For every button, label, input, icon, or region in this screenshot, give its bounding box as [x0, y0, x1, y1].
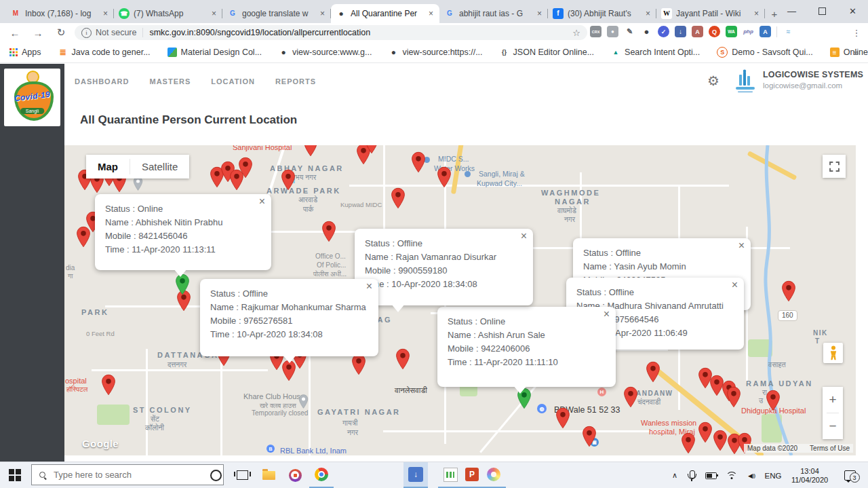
browser-tab[interactable]: Ggoogle translate w×: [222, 4, 331, 23]
browser-tab[interactable]: MInbox (7,168) - log×: [5, 4, 114, 23]
terms-of-use-link[interactable]: Terms of Use: [810, 445, 850, 452]
microphone-icon[interactable]: [685, 462, 700, 488]
bookmark-item[interactable]: SDemo - Savsoft Qui...: [717, 47, 812, 58]
tab-close-icon[interactable]: ×: [427, 9, 435, 18]
web-archive-extension-icon[interactable]: WA: [726, 26, 737, 37]
verified-check-extension-icon[interactable]: ✓: [658, 26, 669, 37]
bookmark-item[interactable]: ≣Java code to gener...: [58, 48, 151, 57]
bookmark-star-icon[interactable]: ☆: [572, 28, 580, 38]
close-button[interactable]: ✕: [837, 0, 868, 22]
map-type-map-button[interactable]: Map: [86, 155, 130, 179]
google-map[interactable]: Sanjivani HospitalABHAY NAGARअभय नगरARWA…: [64, 145, 856, 455]
seo-q-extension-icon[interactable]: Q: [709, 26, 720, 37]
map-type-satellite-button[interactable]: Satellite: [130, 155, 189, 179]
taskbar-explorer-icon[interactable]: [256, 462, 281, 488]
map-marker-red[interactable]: [726, 386, 741, 411]
browser-tab[interactable]: Gabhijit raut ias - G×: [439, 4, 548, 23]
popup-close-icon[interactable]: ×: [259, 196, 265, 207]
taskbar-cortana-icon[interactable]: [203, 462, 228, 488]
bookmark-item[interactable]: Material Design Col...: [167, 48, 262, 57]
battery-icon[interactable]: [703, 462, 719, 488]
taskbar-chrome-icon[interactable]: [309, 462, 334, 488]
popup-close-icon[interactable]: ×: [366, 281, 372, 292]
color-picker-extension-icon[interactable]: ✎: [624, 26, 635, 37]
camera-extension-icon[interactable]: ●: [607, 26, 618, 37]
speaker-icon[interactable]: ◀: [743, 462, 760, 488]
clock[interactable]: 13:04 11/04/2020: [785, 462, 834, 488]
map-marker-red[interactable]: [582, 426, 597, 450]
search-input[interactable]: [52, 469, 211, 481]
bookmark-item[interactable]: Apps: [9, 48, 41, 57]
tab-close-icon[interactable]: ×: [102, 9, 109, 18]
tab-close-icon[interactable]: ×: [210, 9, 218, 18]
map-marker-red[interactable]: [351, 354, 366, 378]
map-marker-green[interactable]: [175, 274, 190, 298]
dark-circle-extension-icon[interactable]: ●: [641, 26, 652, 37]
map-marker-red[interactable]: [76, 226, 91, 250]
gear-icon[interactable]: ⚙: [707, 73, 719, 89]
language-indicator[interactable]: ENG: [762, 462, 784, 488]
taskbar-search[interactable]: [31, 464, 224, 485]
map-marker-red[interactable]: [766, 390, 781, 414]
print-a-extension-icon[interactable]: A: [760, 26, 771, 37]
taskbar-paint-icon[interactable]: [481, 462, 506, 488]
bookmark-item[interactable]: ●view-source:www.g...: [279, 48, 372, 57]
browser-tab[interactable]: ☎(7) WhatsApp×: [114, 4, 222, 23]
map-marker-red[interactable]: [364, 145, 379, 157]
bookmark-item[interactable]: ≡Online Examination...: [830, 48, 868, 57]
tab-close-icon[interactable]: ×: [644, 9, 652, 18]
map-marker-red[interactable]: [411, 151, 426, 176]
bookmark-item[interactable]: ▲Search Intent Opti...: [611, 48, 700, 57]
info-icon[interactable]: i: [81, 28, 92, 38]
map-marker-red[interactable]: [623, 386, 638, 411]
zoom-out-button[interactable]: −: [823, 413, 843, 439]
pegman-control[interactable]: [823, 343, 843, 363]
map-marker-red[interactable]: [646, 361, 660, 386]
map-marker-red[interactable]: [101, 374, 116, 398]
taskbar-task-view-icon[interactable]: [230, 462, 254, 488]
popup-close-icon[interactable]: ×: [604, 309, 610, 320]
taskbar-smkc-app-icon[interactable]: ↓: [403, 462, 428, 488]
forward-button[interactable]: →: [30, 25, 46, 40]
address-bar[interactable]: i Not secure smkc.gov.in:8090/sngcovid19…: [75, 25, 587, 40]
nav-item-reports[interactable]: REPORTS: [275, 77, 316, 86]
popup-close-icon[interactable]: ×: [738, 240, 745, 251]
account-name[interactable]: LOGICOWISE SYSTEMS: [763, 70, 863, 79]
tab-close-icon[interactable]: ×: [753, 9, 760, 18]
fullscreen-button[interactable]: [823, 155, 846, 178]
inbox-arrow-extension-icon[interactable]: ↓: [675, 26, 686, 37]
taskbar-brave-icon[interactable]: [283, 462, 307, 488]
map-marker-red[interactable]: [555, 407, 570, 432]
reload-button[interactable]: ↻: [53, 25, 69, 40]
start-button[interactable]: [9, 469, 22, 483]
nav-item-location[interactable]: LOCATION: [211, 77, 255, 86]
map-marker-red[interactable]: [281, 169, 296, 193]
mini-logo-extension-icon[interactable]: ≈: [783, 26, 794, 37]
bookmark-item[interactable]: ●view-source:https://...: [389, 48, 482, 57]
browser-tab[interactable]: f(30) Abhijit Raut's×: [548, 4, 656, 23]
crx-extension-icon[interactable]: CRX: [590, 26, 601, 37]
bookmark-item[interactable]: {}JSON Editor Online...: [500, 48, 595, 57]
popup-close-icon[interactable]: ×: [521, 231, 527, 242]
map-marker-red[interactable]: [713, 430, 728, 454]
zoom-in-button[interactable]: +: [823, 387, 843, 413]
php-extension-icon[interactable]: php: [743, 26, 754, 37]
tray-chevron-icon[interactable]: ∧: [667, 462, 682, 488]
browser-menu-icon[interactable]: ⋮: [850, 26, 863, 39]
map-marker-red[interactable]: [303, 145, 318, 159]
browser-tab[interactable]: ●All Quarantine Per×: [331, 4, 439, 23]
adobe-pdf-extension-icon[interactable]: A: [692, 26, 703, 37]
tab-close-icon[interactable]: ×: [319, 9, 326, 18]
tab-close-icon[interactable]: ×: [536, 9, 543, 18]
wifi-icon[interactable]: [723, 462, 741, 488]
back-button[interactable]: ←: [7, 25, 23, 40]
taskbar-green-app-icon[interactable]: [438, 462, 462, 488]
map-marker-red[interactable]: [698, 421, 713, 446]
browser-tab[interactable]: WJayant Patil - Wiki×: [656, 4, 765, 23]
minimize-button[interactable]: —: [776, 0, 807, 22]
nav-item-dashboard[interactable]: DASHBOARD: [75, 77, 130, 86]
map-marker-red[interactable]: [437, 166, 452, 191]
map-marker-red[interactable]: [681, 432, 696, 455]
map-marker-red[interactable]: [395, 348, 410, 373]
map-marker-poi-gray[interactable]: [298, 394, 309, 411]
